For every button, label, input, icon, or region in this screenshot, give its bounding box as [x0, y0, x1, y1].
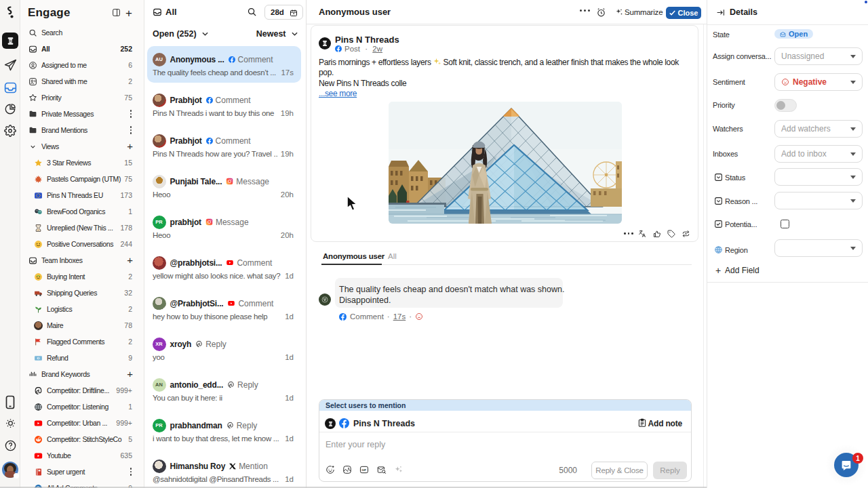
- svg-text:GIF: GIF: [361, 468, 366, 472]
